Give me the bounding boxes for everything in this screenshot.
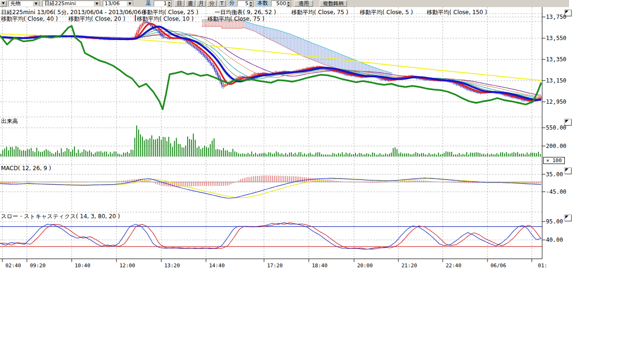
x-axis-tick-label: 01: [532,263,553,269]
x-axis-tick-label: 12:00 [117,263,138,269]
macd-panel-scale-button[interactable] [564,167,571,174]
chevron-down-icon[interactable]: ▼ [33,1,40,7]
symbol-combobox[interactable]: 日経225mini ▼ [42,0,101,7]
x-axis-tick-label: 02:40 [3,263,24,269]
spinner-icon[interactable] [248,1,254,7]
indicator-label-ma5[interactable]: 移動平均( Close, 5 ) [360,8,413,16]
x-axis-tick-label: 22:40 [443,263,464,269]
x-axis-tick-label: 17:20 [264,263,285,269]
y-axis-tick-label: 13,150 [546,77,566,84]
bar-count-label: 本数 [256,0,270,7]
spinner-icon[interactable] [286,1,291,7]
minute-unit-label: 分 [228,0,236,7]
x-axis-tick-label: 18:40 [309,263,330,269]
triangle-icon [565,168,569,172]
y-axis-tick-label: 550.00 [546,124,566,131]
triangle-icon [565,120,569,123]
y-axis-tick-label: 200.00 [546,143,566,149]
category-combobox[interactable]: 先物 ▼ [8,0,40,7]
volume-multiplier-badge: × 100 [543,157,565,164]
x-axis-tick-label: 10:40 [72,263,93,269]
chevron-down-icon[interactable]: ▼ [126,1,133,7]
minute-value-spinner[interactable]: 5 [237,0,254,7]
apply-button[interactable]: 適用 [294,0,313,7]
text-cursor [135,15,136,21]
x-axis-tick-label: 06/06 [488,263,509,269]
x-axis-tick-label: 21:20 [399,263,420,269]
y-axis-tick-label: 13,350 [546,56,566,63]
bar-interval-value: 1 [164,0,167,7]
contract-month-combobox[interactable]: 13/06 ▼ [103,0,134,7]
stochastics-panel-label: スロー・ストキャスティクス( 14, 3, 80, 20 ) [1,213,120,221]
daily-button[interactable]: 日 [174,0,184,7]
chevron-down-icon[interactable]: ▼ [93,1,100,7]
x-axis-tick-label: 13:20 [162,263,182,269]
spinner-icon[interactable] [167,1,172,7]
y-axis-tick-label: -45.00 [546,189,566,195]
indicator-label-ma75b[interactable]: 移動平均( Close, 75 ) [207,15,264,23]
tick-button[interactable]: T [218,0,226,7]
y-axis-tick-label: 95.00 [546,218,563,225]
bar-interval-spinner[interactable]: 1 [154,0,173,7]
stoch-panel-scale-button[interactable] [564,214,571,221]
indicator-label-ma40[interactable]: 移動平均( Close, 40 ) [1,15,58,23]
contract-month-combobox-value: 13/06 [105,0,120,7]
x-axis-tick-label: 20:00 [355,263,375,269]
indicator-label-ma20[interactable]: 移動平均( Close, 20 ) [68,15,125,23]
bar-type-label: 足 [145,0,152,7]
volume-panel-label: 出来高 [1,117,18,125]
y-axis-tick-label: 13,550 [546,35,566,41]
y-axis-tick-label: 40.00 [546,237,563,243]
macd-panel-label: MACD( 12, 26, 9 ) [1,165,51,172]
indicator-label-ma75[interactable]: 移動平均( Close, 75 ) [291,8,348,16]
application-window: ▼ 先物 ▼ 日経225mini ▼ 13/06 ▼ 足 1 日 週 月 分 T… [0,0,644,362]
minute-value: 5 [245,0,248,7]
x-axis-tick-label: 14:40 [206,263,227,269]
y-axis-tick-label: 13,750 [546,14,566,20]
category-combobox-value: 先物 [10,0,21,7]
y-axis-tick-label: 35.00 [546,171,563,178]
toolbar: ▼ 先物 ▼ 日経225mini ▼ 13/06 ▼ 足 1 日 週 月 分 T… [0,0,569,7]
indicator-label-ma10[interactable]: 移動平均( Close, 10 ) [137,15,194,23]
multi-symbol-button[interactable]: 複数銘柄 [320,0,347,7]
x-axis-tick-label: 09:20 [27,263,48,269]
monthly-button[interactable]: 月 [196,0,206,7]
triangle-icon [565,10,569,14]
symbol-combobox-value: 日経225mini [44,0,76,7]
weekly-button[interactable]: 週 [185,0,195,7]
minute-button[interactable]: 分 [207,0,217,7]
left-combo-arrow-button[interactable]: ▼ [0,0,7,7]
bar-count-value: 500 [276,0,286,7]
indicator-label-ma150[interactable]: 移動平均( Close, 150 ) [427,8,487,16]
y-axis-tick-label: 12,950 [546,99,566,105]
triangle-icon [565,215,569,219]
bar-count-spinner[interactable]: 500 [271,0,292,7]
